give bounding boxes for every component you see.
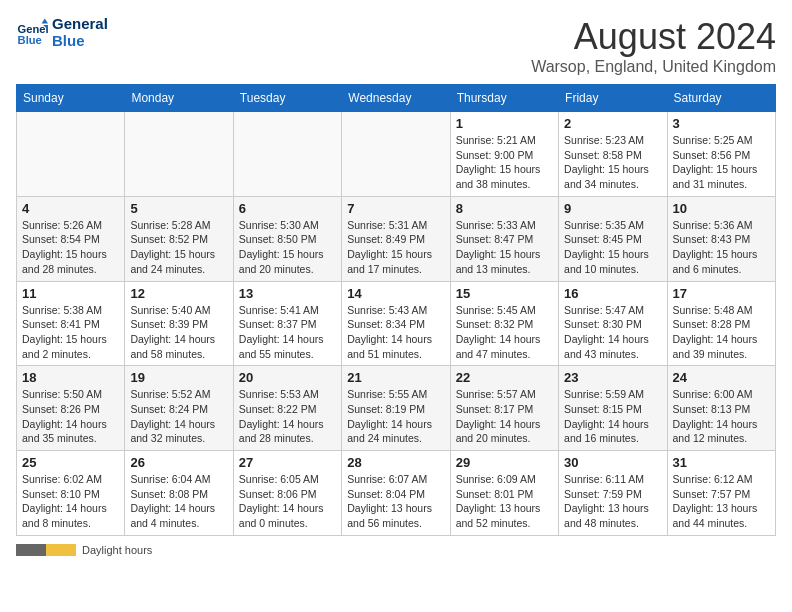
day-number: 2	[564, 116, 661, 131]
day-number: 5	[130, 201, 227, 216]
legend: Daylight hours	[16, 544, 776, 556]
calendar-cell: 11Sunrise: 5:38 AMSunset: 8:41 PMDayligh…	[17, 281, 125, 366]
day-number: 11	[22, 286, 119, 301]
day-info: Sunrise: 5:33 AMSunset: 8:47 PMDaylight:…	[456, 218, 553, 277]
day-info: Sunrise: 6:07 AMSunset: 8:04 PMDaylight:…	[347, 472, 444, 531]
day-info: Sunrise: 5:40 AMSunset: 8:39 PMDaylight:…	[130, 303, 227, 362]
day-number: 13	[239, 286, 336, 301]
logo-icon: General Blue	[16, 17, 48, 49]
legend-day	[46, 544, 76, 556]
calendar-cell: 31Sunrise: 6:12 AMSunset: 7:57 PMDayligh…	[667, 451, 775, 536]
calendar-cell	[342, 112, 450, 197]
svg-text:Blue: Blue	[18, 34, 42, 46]
calendar-week-2: 4Sunrise: 5:26 AMSunset: 8:54 PMDaylight…	[17, 196, 776, 281]
day-info: Sunrise: 6:09 AMSunset: 8:01 PMDaylight:…	[456, 472, 553, 531]
day-info: Sunrise: 5:21 AMSunset: 9:00 PMDaylight:…	[456, 133, 553, 192]
day-number: 26	[130, 455, 227, 470]
day-number: 8	[456, 201, 553, 216]
calendar-cell	[233, 112, 341, 197]
location: Warsop, England, United Kingdom	[531, 58, 776, 76]
day-info: Sunrise: 5:30 AMSunset: 8:50 PMDaylight:…	[239, 218, 336, 277]
calendar-cell: 2Sunrise: 5:23 AMSunset: 8:58 PMDaylight…	[559, 112, 667, 197]
day-number: 20	[239, 370, 336, 385]
daylight-label: Daylight hours	[82, 544, 152, 556]
day-number: 12	[130, 286, 227, 301]
calendar-header-row: SundayMondayTuesdayWednesdayThursdayFrid…	[17, 85, 776, 112]
calendar-cell: 21Sunrise: 5:55 AMSunset: 8:19 PMDayligh…	[342, 366, 450, 451]
day-number: 14	[347, 286, 444, 301]
calendar-cell: 28Sunrise: 6:07 AMSunset: 8:04 PMDayligh…	[342, 451, 450, 536]
calendar-cell: 25Sunrise: 6:02 AMSunset: 8:10 PMDayligh…	[17, 451, 125, 536]
calendar-cell: 1Sunrise: 5:21 AMSunset: 9:00 PMDaylight…	[450, 112, 558, 197]
logo-general: General	[52, 16, 108, 33]
calendar-cell: 26Sunrise: 6:04 AMSunset: 8:08 PMDayligh…	[125, 451, 233, 536]
day-number: 17	[673, 286, 770, 301]
day-info: Sunrise: 5:25 AMSunset: 8:56 PMDaylight:…	[673, 133, 770, 192]
calendar-header-wednesday: Wednesday	[342, 85, 450, 112]
day-info: Sunrise: 5:57 AMSunset: 8:17 PMDaylight:…	[456, 387, 553, 446]
legend-night	[16, 544, 46, 556]
month-year: August 2024	[531, 16, 776, 58]
day-info: Sunrise: 5:52 AMSunset: 8:24 PMDaylight:…	[130, 387, 227, 446]
day-info: Sunrise: 5:45 AMSunset: 8:32 PMDaylight:…	[456, 303, 553, 362]
day-info: Sunrise: 6:00 AMSunset: 8:13 PMDaylight:…	[673, 387, 770, 446]
calendar-cell: 29Sunrise: 6:09 AMSunset: 8:01 PMDayligh…	[450, 451, 558, 536]
day-info: Sunrise: 5:47 AMSunset: 8:30 PMDaylight:…	[564, 303, 661, 362]
day-number: 21	[347, 370, 444, 385]
day-number: 18	[22, 370, 119, 385]
calendar-header-saturday: Saturday	[667, 85, 775, 112]
calendar-cell: 17Sunrise: 5:48 AMSunset: 8:28 PMDayligh…	[667, 281, 775, 366]
calendar-cell: 19Sunrise: 5:52 AMSunset: 8:24 PMDayligh…	[125, 366, 233, 451]
calendar-header-sunday: Sunday	[17, 85, 125, 112]
day-number: 9	[564, 201, 661, 216]
day-info: Sunrise: 5:55 AMSunset: 8:19 PMDaylight:…	[347, 387, 444, 446]
calendar-header-thursday: Thursday	[450, 85, 558, 112]
calendar-cell	[125, 112, 233, 197]
header: General Blue General Blue August 2024 Wa…	[16, 16, 776, 76]
calendar-cell: 10Sunrise: 5:36 AMSunset: 8:43 PMDayligh…	[667, 196, 775, 281]
day-info: Sunrise: 5:50 AMSunset: 8:26 PMDaylight:…	[22, 387, 119, 446]
calendar-cell: 20Sunrise: 5:53 AMSunset: 8:22 PMDayligh…	[233, 366, 341, 451]
day-info: Sunrise: 5:26 AMSunset: 8:54 PMDaylight:…	[22, 218, 119, 277]
day-number: 16	[564, 286, 661, 301]
logo-blue: Blue	[52, 33, 108, 50]
day-number: 25	[22, 455, 119, 470]
day-info: Sunrise: 5:53 AMSunset: 8:22 PMDaylight:…	[239, 387, 336, 446]
day-number: 28	[347, 455, 444, 470]
day-number: 27	[239, 455, 336, 470]
day-number: 4	[22, 201, 119, 216]
day-number: 29	[456, 455, 553, 470]
calendar-cell	[17, 112, 125, 197]
day-info: Sunrise: 5:59 AMSunset: 8:15 PMDaylight:…	[564, 387, 661, 446]
day-info: Sunrise: 5:48 AMSunset: 8:28 PMDaylight:…	[673, 303, 770, 362]
calendar-cell: 8Sunrise: 5:33 AMSunset: 8:47 PMDaylight…	[450, 196, 558, 281]
day-info: Sunrise: 5:36 AMSunset: 8:43 PMDaylight:…	[673, 218, 770, 277]
calendar: SundayMondayTuesdayWednesdayThursdayFrid…	[16, 84, 776, 536]
calendar-cell: 16Sunrise: 5:47 AMSunset: 8:30 PMDayligh…	[559, 281, 667, 366]
calendar-cell: 18Sunrise: 5:50 AMSunset: 8:26 PMDayligh…	[17, 366, 125, 451]
day-info: Sunrise: 6:12 AMSunset: 7:57 PMDaylight:…	[673, 472, 770, 531]
logo: General Blue General Blue	[16, 16, 108, 49]
day-info: Sunrise: 5:31 AMSunset: 8:49 PMDaylight:…	[347, 218, 444, 277]
day-number: 1	[456, 116, 553, 131]
legend-bar	[16, 544, 76, 556]
calendar-cell: 24Sunrise: 6:00 AMSunset: 8:13 PMDayligh…	[667, 366, 775, 451]
calendar-cell: 15Sunrise: 5:45 AMSunset: 8:32 PMDayligh…	[450, 281, 558, 366]
calendar-week-3: 11Sunrise: 5:38 AMSunset: 8:41 PMDayligh…	[17, 281, 776, 366]
day-number: 6	[239, 201, 336, 216]
calendar-cell: 23Sunrise: 5:59 AMSunset: 8:15 PMDayligh…	[559, 366, 667, 451]
day-number: 10	[673, 201, 770, 216]
calendar-cell: 5Sunrise: 5:28 AMSunset: 8:52 PMDaylight…	[125, 196, 233, 281]
day-info: Sunrise: 5:38 AMSunset: 8:41 PMDaylight:…	[22, 303, 119, 362]
calendar-cell: 6Sunrise: 5:30 AMSunset: 8:50 PMDaylight…	[233, 196, 341, 281]
calendar-week-1: 1Sunrise: 5:21 AMSunset: 9:00 PMDaylight…	[17, 112, 776, 197]
day-number: 15	[456, 286, 553, 301]
day-info: Sunrise: 6:02 AMSunset: 8:10 PMDaylight:…	[22, 472, 119, 531]
svg-text:General: General	[18, 23, 48, 35]
day-info: Sunrise: 6:05 AMSunset: 8:06 PMDaylight:…	[239, 472, 336, 531]
calendar-cell: 9Sunrise: 5:35 AMSunset: 8:45 PMDaylight…	[559, 196, 667, 281]
day-info: Sunrise: 5:35 AMSunset: 8:45 PMDaylight:…	[564, 218, 661, 277]
day-number: 23	[564, 370, 661, 385]
day-number: 7	[347, 201, 444, 216]
day-number: 19	[130, 370, 227, 385]
